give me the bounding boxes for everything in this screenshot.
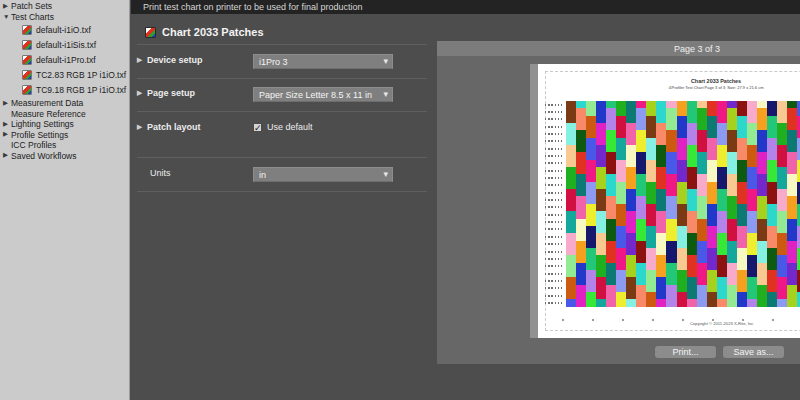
color-patch (677, 270, 687, 277)
color-patch (616, 145, 626, 152)
color-patch (717, 145, 727, 152)
sidebar-item-default-i1io-txf[interactable]: default-i1iO.txf (0, 22, 129, 37)
chevron-down-icon[interactable]: ▼ (3, 14, 11, 21)
color-patch (616, 204, 626, 211)
color-patch (646, 211, 656, 218)
color-patch (717, 116, 727, 123)
color-patch (677, 101, 687, 108)
color-patch (636, 101, 646, 108)
color-patch (697, 233, 707, 240)
color-patch (697, 160, 707, 167)
color-patch (757, 219, 767, 226)
color-patch (737, 189, 747, 196)
color-patch (677, 160, 687, 167)
color-patch (777, 160, 787, 167)
color-patch (767, 138, 777, 145)
color-patch (646, 204, 656, 211)
units-dropdown[interactable]: in (253, 167, 393, 182)
sidebar-item-measure-reference[interactable]: Measure Reference (0, 108, 129, 119)
color-patch (616, 123, 626, 130)
color-patch (586, 123, 596, 130)
color-patch (616, 174, 626, 181)
color-patch (626, 263, 636, 270)
instruction-text: Print test chart on printer to be used f… (143, 2, 363, 12)
chevron-right-icon[interactable]: ▶ (3, 131, 11, 138)
color-patch (717, 189, 727, 196)
sidebar-item-default-i1pro-txf[interactable]: default-i1Pro.txf (0, 52, 129, 67)
color-patch (666, 248, 676, 255)
chevron-right-icon[interactable]: ▶ (3, 152, 11, 159)
save-as-button[interactable]: Save as... (723, 346, 784, 358)
color-patch (697, 219, 707, 226)
chevron-right-icon[interactable]: ▶ (137, 89, 142, 97)
sidebar-item-measurement-data[interactable]: ▶Measurement Data (0, 98, 129, 109)
color-patch (636, 270, 646, 277)
color-patch (656, 204, 666, 211)
color-patch (747, 160, 757, 167)
color-patch (757, 116, 767, 123)
color-patch (697, 145, 707, 152)
color-patch (737, 233, 747, 240)
chevron-right-icon[interactable]: ▶ (3, 3, 11, 10)
sheet-titles: Chart 2033 Patches i1Profiler Test Chart… (538, 78, 800, 94)
color-patch (656, 226, 666, 233)
color-patch (616, 248, 626, 255)
sidebar-item-patch-sets[interactable]: ▶Patch Sets (0, 1, 129, 12)
color-patch (787, 130, 797, 137)
color-patch (596, 152, 606, 159)
print-button[interactable]: Print... (655, 346, 716, 358)
row-marker (545, 287, 563, 289)
chevron-right-icon[interactable]: ▶ (137, 56, 142, 64)
color-patch (727, 211, 737, 218)
page-setup-dropdown[interactable]: Paper Size Letter 8.5 x 11 in (253, 87, 393, 102)
chevron-right-icon[interactable]: ▶ (137, 123, 142, 131)
sidebar-item-tc9-18-rgb-1p-i1io-txf[interactable]: TC9.18 RGB 1P i1iO.txf (0, 83, 129, 98)
color-patch (656, 248, 666, 255)
device-setup-dropdown[interactable]: i1Pro 3 (253, 54, 393, 69)
color-patch (757, 160, 767, 167)
color-patch (566, 152, 576, 159)
color-patch (576, 299, 586, 306)
sidebar-item-profile-settings[interactable]: ▶Profile Settings (0, 129, 129, 140)
sidebar-item-lighting-settings[interactable]: ▶Lighting Settings (0, 119, 129, 130)
color-patch (737, 160, 747, 167)
row-marker (545, 206, 563, 208)
color-patch (656, 219, 666, 226)
color-patch (737, 196, 747, 203)
chevron-right-icon[interactable]: ▶ (3, 121, 11, 128)
color-patch (596, 277, 606, 284)
color-patch (666, 219, 676, 226)
color-patch (687, 116, 697, 123)
color-patch (576, 145, 586, 152)
color-patch (757, 263, 767, 270)
sidebar-item-icc-profiles[interactable]: ICC Profiles (0, 140, 129, 151)
color-patch (767, 292, 777, 299)
crop-tick (712, 319, 714, 321)
color-patch (737, 226, 747, 233)
color-patch (616, 263, 626, 270)
color-patch (616, 108, 626, 115)
color-patch (727, 277, 737, 284)
color-patch (656, 145, 666, 152)
sidebar-item-saved-workflows[interactable]: ▶Saved Workflows (0, 150, 129, 161)
color-patch (747, 138, 757, 145)
use-default-checkbox[interactable]: ✓ (253, 123, 262, 132)
color-patch (616, 292, 626, 299)
color-patch (737, 285, 747, 292)
color-patch (757, 211, 767, 218)
chevron-right-icon[interactable]: ▶ (3, 100, 11, 107)
color-patch (566, 241, 576, 248)
color-patch (616, 211, 626, 218)
color-patch (656, 277, 666, 284)
color-patch (757, 241, 767, 248)
sidebar-item-tc2-83-rgb-1p-i1io-txf[interactable]: TC2.83 RGB 1P i1iO.txf (0, 68, 129, 83)
color-patch (666, 138, 676, 145)
color-patch (616, 116, 626, 123)
row-marker (545, 243, 563, 245)
color-patch (677, 182, 687, 189)
color-patch (717, 292, 727, 299)
sidebar-item-default-i1isis-txf[interactable]: default-i1iSis.txf (0, 37, 129, 52)
color-patch (777, 152, 787, 159)
sidebar-item-test-charts[interactable]: ▼Test Charts (0, 12, 129, 23)
row-marker (545, 199, 563, 201)
